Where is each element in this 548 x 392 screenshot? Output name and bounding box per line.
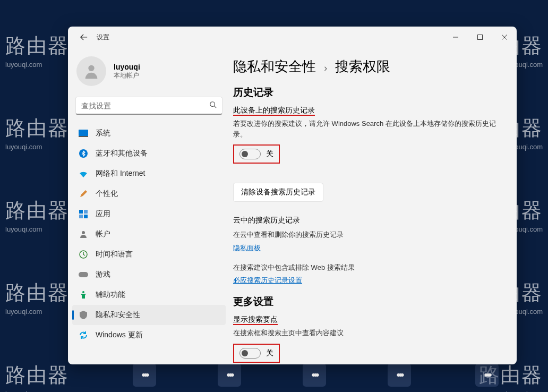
svg-rect-10 xyxy=(79,210,83,214)
toggle-off-label: 关 xyxy=(266,149,273,159)
sidebar-item-network[interactable]: 网络和 Internet xyxy=(72,164,226,184)
app-title: 设置 xyxy=(97,33,109,42)
toggle-off-label: 关 xyxy=(266,348,273,358)
highlights-toggle-wrap: 关 xyxy=(233,344,280,363)
sidebar-item-label: 时间和语言 xyxy=(96,250,133,259)
privacy-dashboard-link[interactable]: 隐私面板 xyxy=(233,243,261,253)
sidebar-item-accessibility[interactable]: 辅助功能 xyxy=(72,285,226,305)
person-icon xyxy=(79,229,88,239)
svg-rect-13 xyxy=(84,215,88,218)
taskbar-icon[interactable]: ••• xyxy=(218,363,241,387)
wallpaper-watermark: 路由器luyouqi.com xyxy=(5,114,69,152)
highlights-desc: 在搜索框和搜索主页中查看内容建议 xyxy=(233,328,501,338)
user-name: luyouqi xyxy=(114,63,140,71)
cloud-history-desc: 在云中查看和删除你的搜索历史记录 xyxy=(233,229,501,240)
wifi-icon xyxy=(79,169,88,178)
svg-point-5 xyxy=(210,101,215,106)
sidebar-item-time-language[interactable]: 时间和语言 xyxy=(72,244,226,265)
sidebar-item-label: 网络和 Internet xyxy=(96,169,145,178)
sidebar-item-personalization[interactable]: 个性化 xyxy=(72,184,226,204)
sidebar-item-label: 蓝牙和其他设备 xyxy=(96,149,148,158)
taskbar-icon[interactable]: ••• xyxy=(303,363,326,387)
sidebar-item-privacy[interactable]: 隐私和安全性 xyxy=(72,305,226,325)
user-subtext: 本地帐户 xyxy=(114,71,140,80)
bing-history-link[interactable]: 必应搜索历史记录设置 xyxy=(233,276,302,285)
wallpaper-watermark: 路由器luyouqi.com xyxy=(5,32,69,70)
breadcrumb: 隐私和安全性 › 搜索权限 xyxy=(233,57,501,76)
device-history-desc: 若要改进你的搜索建议，请允许 Windows Search 在此设备上本地存储你… xyxy=(233,118,501,139)
highlights-heading: 显示搜索要点 xyxy=(233,315,501,325)
sidebar-item-system[interactable]: 系统 xyxy=(72,123,226,143)
sidebar-item-apps[interactable]: 应用 xyxy=(72,204,226,224)
user-block[interactable]: luyouqi 本地帐户 xyxy=(72,48,226,97)
breadcrumb-parent[interactable]: 隐私和安全性 xyxy=(233,58,316,74)
window-controls xyxy=(443,27,517,48)
apps-icon xyxy=(79,209,88,219)
minimize-button[interactable] xyxy=(443,27,468,48)
taskbar-icon[interactable]: ••• xyxy=(388,363,411,387)
taskbar-icon[interactable]: ••• xyxy=(475,363,499,387)
bluetooth-icon xyxy=(79,149,88,158)
wallpaper-watermark: 路由器luyouqi.com xyxy=(5,197,69,234)
sidebar-item-label: 辅助功能 xyxy=(96,290,125,300)
sidebar-item-gaming[interactable]: 游戏 xyxy=(72,265,226,285)
sidebar-item-windows-update[interactable]: Windows 更新 xyxy=(72,325,226,345)
svg-point-4 xyxy=(88,65,94,71)
highlights-toggle[interactable] xyxy=(239,348,261,359)
sidebar: luyouqi 本地帐户 系统 蓝牙和其他设备 网络和 Intern xyxy=(68,48,230,364)
svg-rect-11 xyxy=(84,210,88,214)
sidebar-item-label: 游戏 xyxy=(96,270,110,279)
svg-rect-8 xyxy=(79,136,88,137)
brush-icon xyxy=(79,189,88,199)
breadcrumb-current: 搜索权限 xyxy=(335,58,390,74)
cloud-history-heading: 云中的搜索历史记录 xyxy=(233,216,501,225)
clear-history-button[interactable]: 清除设备搜索历史记录 xyxy=(233,183,323,202)
wallpaper-watermark: 路由器luyouqi.com xyxy=(5,361,69,392)
svg-line-6 xyxy=(215,106,217,108)
taskbar-icon[interactable]: ••• xyxy=(133,363,156,387)
svg-rect-16 xyxy=(79,272,88,277)
globe-clock-icon xyxy=(79,250,88,259)
sidebar-item-label: 帐户 xyxy=(96,229,110,239)
maximize-button[interactable] xyxy=(468,27,492,48)
accessibility-icon xyxy=(79,290,88,300)
gamepad-icon xyxy=(79,270,88,279)
wallpaper-watermark: 路由器luyouqi.com xyxy=(5,279,69,317)
system-icon xyxy=(79,129,88,138)
device-history-heading: 此设备上的搜索历史记录 xyxy=(233,106,501,115)
svg-point-14 xyxy=(82,231,85,234)
titlebar: 设置 xyxy=(68,27,517,48)
back-button[interactable] xyxy=(73,27,95,48)
search-icon xyxy=(209,101,217,110)
settings-window: 设置 luyouqi 本地帐户 xyxy=(68,27,517,364)
shield-icon xyxy=(79,310,88,320)
close-button[interactable] xyxy=(492,27,517,48)
search-input[interactable] xyxy=(81,101,209,110)
svg-rect-7 xyxy=(79,130,88,136)
web-results-desc: 在搜索建议中包含或排除 Web 搜索结果 xyxy=(233,262,501,273)
svg-rect-12 xyxy=(79,215,83,218)
avatar xyxy=(76,56,106,86)
sidebar-item-accounts[interactable]: 帐户 xyxy=(72,224,226,244)
content-area: 隐私和安全性 › 搜索权限 历史记录 此设备上的搜索历史记录 若要改进你的搜索建… xyxy=(230,48,517,364)
search-box[interactable] xyxy=(75,97,222,115)
svg-point-17 xyxy=(82,291,84,293)
sidebar-item-label: 隐私和安全性 xyxy=(96,310,140,320)
sidebar-item-label: 个性化 xyxy=(96,189,118,199)
sidebar-item-label: 系统 xyxy=(96,129,110,138)
sync-icon xyxy=(79,330,88,340)
svg-rect-1 xyxy=(478,35,483,40)
section-history: 历史记录 xyxy=(233,86,501,99)
section-more: 更多设置 xyxy=(233,295,501,309)
device-history-toggle-wrap: 关 xyxy=(233,144,280,164)
sidebar-item-bluetooth[interactable]: 蓝牙和其他设备 xyxy=(72,143,226,164)
sidebar-item-label: Windows 更新 xyxy=(96,330,143,340)
device-history-toggle[interactable] xyxy=(239,149,261,159)
sidebar-item-label: 应用 xyxy=(96,209,110,219)
chevron-right-icon: › xyxy=(324,63,327,73)
